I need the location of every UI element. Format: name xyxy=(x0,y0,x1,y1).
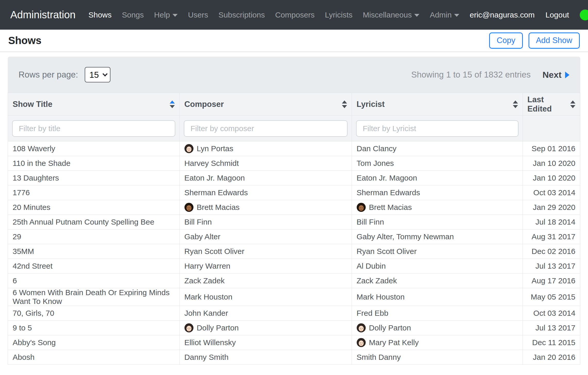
table-row[interactable]: 6 Zack Zadek Zack Zadek Aug 17 2016 xyxy=(8,274,580,288)
lyricist-cell: Bill Finn xyxy=(352,215,523,229)
show-title-cell: 42nd Street xyxy=(8,259,180,274)
copy-button[interactable]: Copy xyxy=(489,32,523,48)
sort-desc-icon xyxy=(170,105,175,108)
sort-asc-icon xyxy=(170,100,175,104)
table-row[interactable]: 6 Women With Brain Death Or Expiring Min… xyxy=(8,288,580,306)
sort-icons xyxy=(570,100,575,108)
table-row[interactable]: 9 to 5 Dolly Parton Dolly Parton Jul 13 … xyxy=(8,321,580,335)
table-row[interactable]: Abby's Song Elliot Willensky Mary Pat Ke… xyxy=(8,335,580,350)
column-header-last-edited[interactable]: Last Edited xyxy=(523,93,580,116)
table-row[interactable]: 1776 Sherman Edwards Sherman Edwards Oct… xyxy=(8,185,580,200)
rows-per-page-select[interactable]: 15 xyxy=(85,67,110,82)
lyricist-cell: Fred Ebb xyxy=(352,306,523,321)
show-title-cell: 6 xyxy=(8,274,180,288)
show-title-cell: 29 xyxy=(8,229,180,244)
sort-icons xyxy=(170,100,175,108)
lyricist-cell: Eaton Jr. Magoon xyxy=(352,171,523,185)
lyricist-cell: Tom Jones xyxy=(352,156,523,171)
table-body: 108 Waverly Lyn Portas Dan Clancy Sep 01… xyxy=(8,141,580,365)
table-row[interactable]: 108 Waverly Lyn Portas Dan Clancy Sep 01… xyxy=(8,141,580,156)
last-edited-cell: Jan 10 2020 xyxy=(523,156,580,171)
sort-desc-icon xyxy=(570,105,575,108)
table-controls: Rows per page: 15 Showing 1 to 15 of 183… xyxy=(8,57,580,93)
column-header-composer[interactable]: Composer xyxy=(179,93,352,116)
lyricist-cell: Dolly Parton xyxy=(352,321,523,335)
column-header-show-title[interactable]: Show Title xyxy=(8,93,180,116)
filter-composer-input[interactable] xyxy=(184,120,348,137)
nav-item-users[interactable]: Users xyxy=(188,11,208,19)
composer-cell: Dolly Parton xyxy=(179,321,352,335)
lyricist-cell: Al Dubin xyxy=(352,259,523,274)
dropdown-caret-icon xyxy=(454,14,459,17)
table-row[interactable]: 20 Minutes Brett Macias Brett Macias Jan… xyxy=(8,200,580,215)
last-edited-cell: Aug 17 2016 xyxy=(523,274,580,288)
last-edited-cell: Aug 31 2017 xyxy=(523,229,580,244)
composer-cell: Bill Finn xyxy=(179,215,352,229)
composer-cell: Zack Zadek xyxy=(179,274,352,288)
table-row[interactable]: 70, Girls, 70 John Kander Fred Ebb Oct 0… xyxy=(8,306,580,321)
show-title-cell: 25th Annual Putnam County Spelling Bee xyxy=(8,215,180,229)
table-row[interactable]: 110 in the Shade Harvey Schmidt Tom Jone… xyxy=(8,156,580,171)
composer-cell: Danny Smith xyxy=(179,350,352,365)
lyricist-cell: Smith Danny xyxy=(352,350,523,365)
nav-item-help[interactable]: Help xyxy=(154,11,178,19)
last-edited-cell: Oct 03 2014 xyxy=(523,306,580,321)
rows-per-page-select-wrap: 15 xyxy=(85,67,110,82)
person-avatar-icon xyxy=(184,323,194,333)
nav-item-shows[interactable]: Shows xyxy=(88,11,111,19)
show-title-cell: 70, Girls, 70 xyxy=(8,306,180,321)
rows-per-page-group: Rows per page: 15 xyxy=(19,67,110,82)
page-actions: Copy Add Show xyxy=(489,32,580,48)
nav-item-admin[interactable]: Admin xyxy=(430,11,459,19)
nav-item-miscellaneous[interactable]: Miscellaneous xyxy=(363,11,419,19)
lyricist-cell: Zack Zadek xyxy=(352,274,523,288)
last-edited-cell: Jan 29 2020 xyxy=(523,200,580,215)
pagination-group: Showing 1 to 15 of 1832 entries Next xyxy=(411,70,569,80)
table-row[interactable]: 35MM Ryan Scott Oliver Ryan Scott Oliver… xyxy=(8,244,580,259)
sort-desc-icon xyxy=(513,105,518,108)
dropdown-caret-icon xyxy=(414,14,419,17)
next-page-button[interactable]: Next xyxy=(542,70,569,80)
next-label: Next xyxy=(542,70,561,80)
show-title-cell: 20 Minutes xyxy=(8,200,180,215)
table-row[interactable]: 29 Gaby Alter Gaby Alter, Tommy Newman A… xyxy=(8,229,580,244)
add-show-button[interactable]: Add Show xyxy=(529,32,580,48)
lyricist-cell: Dan Clancy xyxy=(352,141,523,156)
table-row[interactable]: 42nd Street Harry Warren Al Dubin Jul 13… xyxy=(8,259,580,274)
nav-item-lyricists[interactable]: Lyricists xyxy=(325,11,352,19)
person-avatar-icon xyxy=(357,323,366,333)
last-edited-cell: Jul 13 2017 xyxy=(523,321,580,335)
last-edited-cell: Dec 11 2015 xyxy=(523,335,580,350)
logout-link[interactable]: Logout xyxy=(546,11,569,19)
app-brand[interactable]: Administration xyxy=(10,9,75,21)
sort-asc-icon xyxy=(342,100,347,104)
page-header: Shows Copy Add Show xyxy=(0,30,588,52)
composer-cell: Harvey Schmidt xyxy=(179,156,352,171)
last-edited-cell: Jul 13 2017 xyxy=(523,259,580,274)
table-row[interactable]: 25th Annual Putnam County Spelling Bee B… xyxy=(8,215,580,229)
nav-item-subscriptions[interactable]: Subscriptions xyxy=(219,11,265,19)
table-row[interactable]: 13 Daughters Eaton Jr. Magoon Eaton Jr. … xyxy=(8,171,580,185)
show-title-cell: 6 Women With Brain Death Or Expiring Min… xyxy=(8,288,180,306)
dropdown-caret-icon xyxy=(172,14,178,17)
navbar-right: eric@naguras.com Logout xyxy=(470,10,588,20)
person-avatar-icon xyxy=(184,203,194,212)
showing-entries-text: Showing 1 to 15 of 1832 entries xyxy=(411,70,531,80)
column-header-lyricist[interactable]: Lyricist xyxy=(352,93,523,116)
filter-title-input[interactable] xyxy=(12,120,175,137)
last-edited-cell: Sep 01 2016 xyxy=(523,141,580,156)
nav-item-composers[interactable]: Composers xyxy=(275,11,315,19)
composer-cell: Eaton Jr. Magoon xyxy=(179,171,352,185)
person-avatar-icon xyxy=(184,144,194,153)
filter-lyricist-input[interactable] xyxy=(356,120,518,137)
table-row[interactable]: Abosh Danny Smith Smith Danny Jan 20 201… xyxy=(8,350,580,365)
last-edited-cell: Jan 10 2020 xyxy=(523,171,580,185)
nav-item-songs[interactable]: Songs xyxy=(122,11,144,19)
person-avatar-icon xyxy=(357,338,366,347)
user-email: eric@naguras.com xyxy=(470,11,534,19)
sort-asc-icon xyxy=(570,100,575,104)
composer-cell: Mark Houston xyxy=(179,288,352,306)
composer-cell: Ryan Scott Oliver xyxy=(179,244,352,259)
composer-cell: John Kander xyxy=(179,306,352,321)
online-status-icon xyxy=(580,10,588,20)
